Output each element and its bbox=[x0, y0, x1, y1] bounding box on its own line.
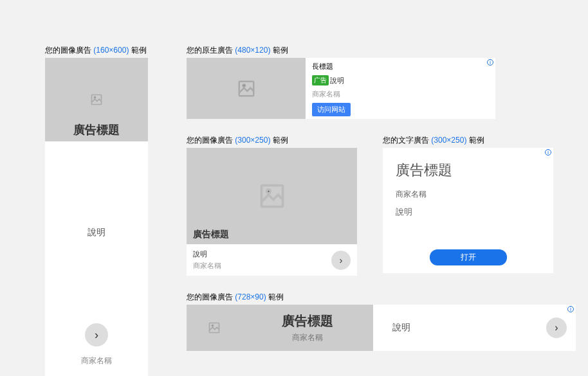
arrow-button[interactable]: › bbox=[546, 318, 567, 338]
ad-description: 說明 bbox=[193, 249, 221, 259]
ad-card-300x250-text[interactable]: i 廣告標題 商家名稱 說明 打开 bbox=[383, 148, 553, 273]
section-label-300x250-txt: 您的文字廣告 (300×250) 範例 bbox=[383, 135, 553, 146]
ad-long-headline: 長標題 bbox=[312, 62, 489, 71]
cta-open-button[interactable]: 打开 bbox=[430, 249, 507, 265]
ad-card-480x120[interactable]: i 長標題 广告說明 商家名稱 访问网站 bbox=[187, 58, 495, 119]
ad-badge: 广告 bbox=[312, 75, 329, 85]
ad-image-placeholder: 廣告標題 bbox=[45, 58, 148, 141]
adchoices-icon[interactable]: i bbox=[487, 59, 493, 66]
ad-728x90-section: 您的圖像廣告 (728×90) 範例 i 廣告標題 商家名稱 說明 › bbox=[187, 292, 576, 351]
adchoices-icon[interactable]: i bbox=[567, 306, 574, 312]
image-icon bbox=[237, 79, 256, 98]
ad-headline: 廣告標題 bbox=[45, 122, 148, 138]
arrow-button[interactable]: › bbox=[331, 251, 351, 270]
ad-card-728x90[interactable]: i 廣告標題 商家名稱 說明 › bbox=[187, 305, 576, 351]
business-name: 商家名稱 bbox=[312, 89, 489, 99]
image-icon bbox=[208, 321, 221, 334]
ad-headline: 廣告標題 bbox=[193, 229, 229, 240]
image-icon bbox=[258, 182, 286, 210]
ad-description: 說明 bbox=[396, 206, 540, 249]
ad-480x120-section: 您的原生廣告 (480×120) 範例 i 長標題 广告說明 商家名稱 访问网站 bbox=[187, 45, 576, 119]
arrow-button[interactable]: › bbox=[85, 323, 108, 346]
ad-headline: 廣告標題 bbox=[282, 312, 333, 330]
adchoices-icon[interactable]: i bbox=[545, 149, 551, 156]
ad-300x250-image-section: 您的圖像廣告 (300×250) 範例 i 廣告標題 說明 商家名稱 bbox=[187, 135, 357, 276]
ad-160x600-section: 您的圖像廣告 (160×600) 範例 i 廣告標題 說明 › 商家名稱 bbox=[45, 45, 161, 376]
ad-description: 說明 bbox=[373, 322, 546, 334]
ad-card-160x600[interactable]: i 廣告標題 說明 › 商家名稱 bbox=[45, 58, 148, 376]
business-name: 商家名稱 bbox=[193, 261, 221, 271]
section-label-480x120: 您的原生廣告 (480×120) 範例 bbox=[187, 45, 576, 56]
section-label-728x90: 您的圖像廣告 (728×90) 範例 bbox=[187, 292, 576, 303]
ad-card-300x250-image[interactable]: i 廣告標題 說明 商家名稱 › bbox=[187, 148, 357, 276]
ad-mid-block: 廣告標題 商家名稱 bbox=[241, 305, 373, 351]
section-label-160x600: 您的圖像廣告 (160×600) 範例 bbox=[45, 45, 161, 56]
ad-image-placeholder bbox=[187, 305, 241, 351]
section-label-300x250-img: 您的圖像廣告 (300×250) 範例 bbox=[187, 135, 357, 146]
business-name: 商家名稱 bbox=[81, 355, 112, 366]
ad-description: 說明 bbox=[45, 141, 148, 323]
ad-300x250-text-section: 您的文字廣告 (300×250) 範例 i 廣告標題 商家名稱 說明 打开 bbox=[383, 135, 553, 276]
business-name: 商家名稱 bbox=[396, 189, 540, 200]
ad-image-placeholder bbox=[187, 58, 306, 119]
cta-visit-button[interactable]: 访问网站 bbox=[312, 103, 351, 116]
ad-label-row: 广告說明 bbox=[312, 75, 489, 85]
ad-headline: 廣告標題 bbox=[396, 161, 540, 180]
image-icon bbox=[90, 93, 103, 106]
ad-image-placeholder: 廣告標題 bbox=[187, 148, 357, 244]
business-name: 商家名稱 bbox=[292, 332, 323, 343]
